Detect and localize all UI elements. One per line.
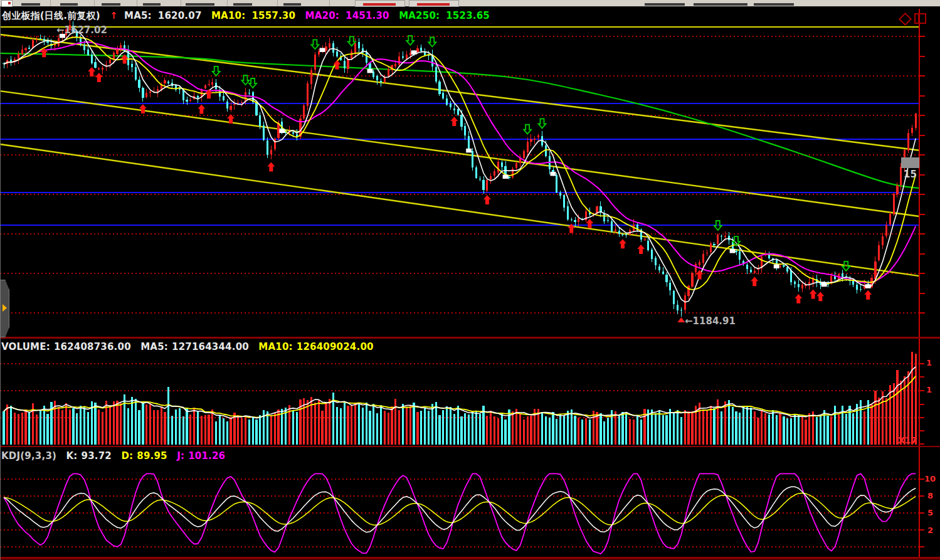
trend-lines xyxy=(0,27,919,276)
kdj-header: KDJ(9,3,3) K:93.72 D:89.95 J:101.26 xyxy=(1,450,231,462)
ma250-value: 1523.65 xyxy=(446,10,490,21)
kdj-j-label: J: xyxy=(177,450,184,462)
expand-arrow-icon xyxy=(3,304,7,312)
kdj-axis-50: 5 xyxy=(927,508,933,517)
kdj-d-label: D: xyxy=(121,450,133,462)
volume-corner-label: X17 xyxy=(898,435,917,445)
volume-value: 162408736.00 xyxy=(54,341,131,352)
kdj-lines xyxy=(4,473,916,554)
main-chart-header: 创业板指(日线.前复权) ↑MA5:1620.07 MA10:1557.30 M… xyxy=(2,10,496,22)
volume-header: VOLUME:162408736.00 MA5:127164344.00 MA1… xyxy=(1,341,380,352)
up-arrow-icon: ↑ xyxy=(110,10,118,21)
ma250-line xyxy=(0,53,919,188)
symbol-title: 创业板指(日线.前复权) xyxy=(2,10,100,21)
ma250-label: MA250: xyxy=(399,10,440,21)
high-price-annotation: ←1627.02 xyxy=(56,24,107,36)
sidebar-expand-handle[interactable] xyxy=(0,280,9,337)
kdj-axis-80: 8 xyxy=(927,491,933,500)
volume-label: VOLUME: xyxy=(1,341,50,352)
volume-axis-label: 1 xyxy=(926,358,932,367)
volume-bars xyxy=(3,352,916,445)
volume-axis-label: 1 xyxy=(926,385,932,394)
kdj-axis-100: 10 xyxy=(924,474,936,483)
volume-ma5-label: MA5: xyxy=(140,341,168,352)
split-window-icon-bar xyxy=(918,14,919,23)
volume-ma10-label: MA10: xyxy=(258,341,292,352)
candlestick-series xyxy=(3,20,916,317)
low-price-annotation: ←1184.91 xyxy=(685,315,736,327)
kdj-d-value: 89.95 xyxy=(137,450,167,462)
trading-terminal: 创业板指(日线.前复权) ↑MA5:1620.07 MA10:1557.30 M… xyxy=(0,0,940,560)
current-price-tag-text: 15 xyxy=(904,169,917,180)
kdj-label: KDJ(9,3,3) xyxy=(1,450,56,462)
ma20-value: 1451.30 xyxy=(346,10,389,21)
ma5-label: MA5: xyxy=(124,10,152,21)
signal-markers xyxy=(40,34,872,322)
ma20-label: MA20: xyxy=(305,10,339,21)
kdj-j-value: 101.26 xyxy=(188,450,225,462)
kdj-axis-20: 2 xyxy=(927,526,933,535)
split-window-icon[interactable] xyxy=(914,13,926,24)
volume-ma-lines xyxy=(4,367,916,419)
ma10-label: MA10: xyxy=(211,10,245,21)
chart-canvas[interactable] xyxy=(0,0,940,560)
volume-ma5-value: 127164344.00 xyxy=(172,341,249,352)
kdj-k-value: 93.72 xyxy=(82,450,112,462)
kdj-k-label: K: xyxy=(66,450,78,462)
ma10-value: 1557.30 xyxy=(251,10,295,21)
current-price-tag-box xyxy=(901,157,919,168)
pane-borders xyxy=(0,337,940,560)
volume-ma10-value: 126409024.00 xyxy=(297,341,374,352)
ma5-value: 1620.07 xyxy=(158,10,202,21)
gridlines xyxy=(0,36,919,547)
